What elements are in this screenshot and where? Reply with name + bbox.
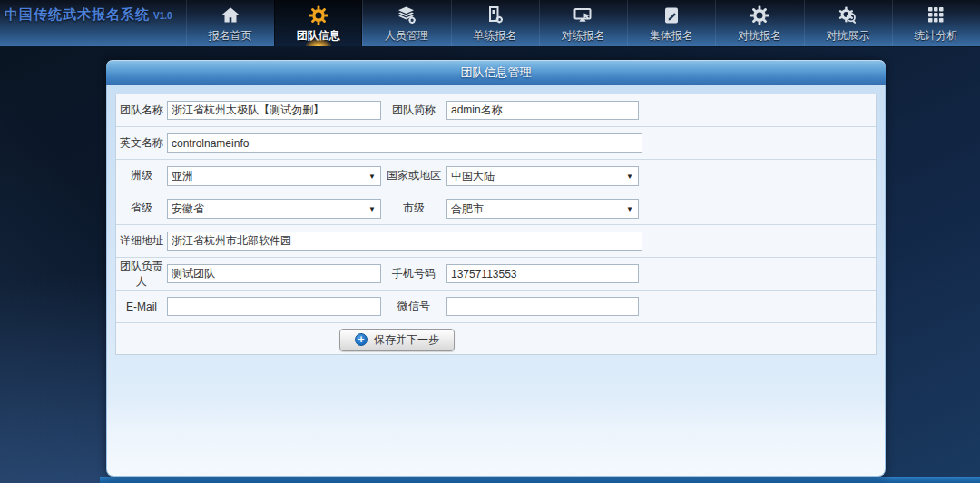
- app-logo: 中国传统武术报名系统V1.0: [5, 6, 172, 24]
- team-info-panel: 团队信息管理 团队名称 团队简称 英文名称 洲级 亚洲 国家或地区 中国大陆 省…: [106, 60, 886, 477]
- nav-item-combat-registration[interactable]: 对抗报名: [715, 0, 803, 46]
- nav-item-label: 团队信息: [297, 28, 340, 44]
- wechat-label: 微信号: [381, 299, 446, 314]
- nav-item-label: 集体报名: [650, 28, 693, 44]
- plus-icon: +: [355, 333, 368, 346]
- team-short-label: 团队简称: [381, 103, 446, 118]
- nav-items: 报名首页 团队信息: [186, 0, 980, 46]
- top-navbar: 中国传统武术报名系统V1.0 报名首页: [0, 0, 980, 47]
- nav-item-team-info[interactable]: 团队信息: [274, 0, 362, 46]
- country-select[interactable]: 中国大陆: [446, 166, 639, 186]
- team-name-label: 团队名称: [116, 103, 167, 118]
- save-next-button[interactable]: + 保存并下一步: [339, 329, 455, 351]
- form-row-team-name: 团队名称 团队简称: [116, 94, 876, 127]
- email-input[interactable]: [167, 297, 381, 316]
- nav-item-label: 对抗展示: [826, 28, 869, 44]
- country-label: 国家或地区: [381, 168, 446, 183]
- form-row-leader: 团队负责人 手机号码: [116, 258, 876, 291]
- form-row-address: 详细地址: [116, 225, 876, 258]
- home-icon: [219, 4, 242, 27]
- panel-title: 团队信息管理: [106, 60, 886, 85]
- city-label: 市级: [381, 201, 446, 216]
- form-row-english-name: 英文名称: [116, 127, 876, 160]
- nav-item-solo-registration[interactable]: 单练报名: [451, 0, 539, 46]
- bottom-strip: [100, 477, 980, 483]
- continent-label: 洲级: [116, 168, 167, 183]
- continent-select[interactable]: 亚洲: [167, 166, 381, 186]
- panel-body: 团队名称 团队简称 英文名称 洲级 亚洲 国家或地区 中国大陆 省级 安徽省 市…: [106, 85, 886, 477]
- team-short-input[interactable]: [446, 101, 639, 120]
- notebook-pencil-icon: [660, 4, 683, 27]
- address-input[interactable]: [167, 232, 642, 251]
- address-label: 详细地址: [116, 233, 167, 249]
- nav-item-label: 对练报名: [561, 28, 604, 44]
- leader-label: 团队负责人: [116, 259, 167, 290]
- team-info-form: 团队名称 团队简称 英文名称 洲级 亚洲 国家或地区 中国大陆 省级 安徽省 市…: [115, 94, 877, 355]
- form-row-province: 省级 安徽省 市级 合肥市: [116, 192, 876, 225]
- gear-icon: [748, 4, 771, 27]
- province-select[interactable]: 安徽省: [167, 199, 381, 219]
- leader-input[interactable]: [167, 264, 381, 283]
- gear-magnifier-icon: [836, 4, 859, 27]
- nav-item-home[interactable]: 报名首页: [186, 0, 274, 46]
- nav-item-label: 报名首页: [209, 28, 252, 44]
- save-next-label: 保存并下一步: [374, 332, 439, 348]
- nav-item-label: 人员管理: [385, 28, 428, 44]
- nav-item-personnel[interactable]: 人员管理: [362, 0, 450, 46]
- grid-icon: [924, 4, 947, 27]
- english-name-label: 英文名称: [116, 135, 167, 151]
- email-label: E-Mail: [116, 301, 167, 313]
- nav-item-group-registration[interactable]: 集体报名: [627, 0, 715, 46]
- form-row-actions: + 保存并下一步: [116, 323, 876, 356]
- nav-item-label: 单练报名: [473, 28, 516, 44]
- province-label: 省级: [116, 201, 167, 216]
- form-row-email: E-Mail 微信号: [116, 291, 876, 323]
- monitor-arrow-icon: [571, 4, 594, 27]
- phone-input[interactable]: [446, 264, 639, 283]
- nav-item-statistics[interactable]: 统计分析: [892, 0, 980, 46]
- wechat-input[interactable]: [446, 297, 639, 316]
- gear-icon: [307, 4, 330, 27]
- layers-gear-icon: [395, 4, 418, 27]
- form-row-continent: 洲级 亚洲 国家或地区 中国大陆: [116, 160, 876, 192]
- team-name-input[interactable]: [167, 101, 381, 120]
- city-select[interactable]: 合肥市: [446, 199, 639, 219]
- english-name-input[interactable]: [167, 133, 642, 153]
- phone-label: 手机号码: [381, 266, 446, 281]
- door-gear-icon: [483, 4, 506, 27]
- app-version: V1.0: [153, 11, 172, 21]
- nav-item-combat-display[interactable]: 对抗展示: [804, 0, 892, 46]
- app-title: 中国传统武术报名系统: [5, 6, 150, 22]
- nav-item-label: 统计分析: [914, 28, 957, 44]
- nav-item-label: 对抗报名: [738, 28, 781, 44]
- nav-item-duet-registration[interactable]: 对练报名: [539, 0, 627, 46]
